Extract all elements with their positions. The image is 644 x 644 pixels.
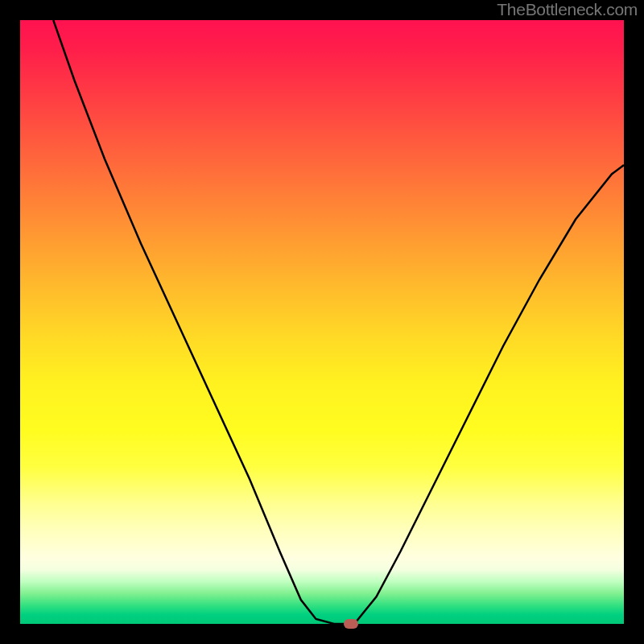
optimal-point-marker — [344, 619, 358, 629]
bottleneck-curve — [20, 20, 624, 624]
chart-frame: TheBottleneck.com — [0, 0, 644, 644]
attribution-watermark: TheBottleneck.com — [497, 0, 638, 19]
